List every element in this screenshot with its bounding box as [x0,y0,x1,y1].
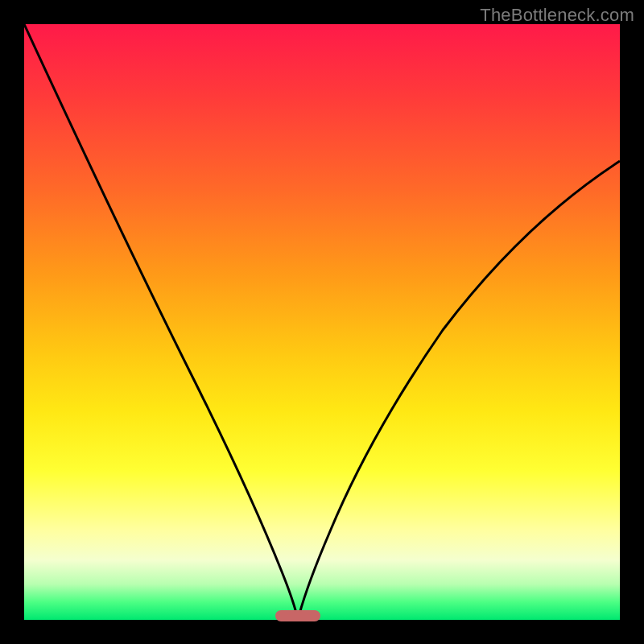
right-curve [298,161,620,620]
chart-frame: TheBottleneck.com [0,0,644,644]
baseline-marker [275,610,320,621]
curve-layer [24,24,620,620]
left-curve [24,24,298,620]
watermark-text: TheBottleneck.com [480,5,634,26]
plot-area [24,24,620,620]
